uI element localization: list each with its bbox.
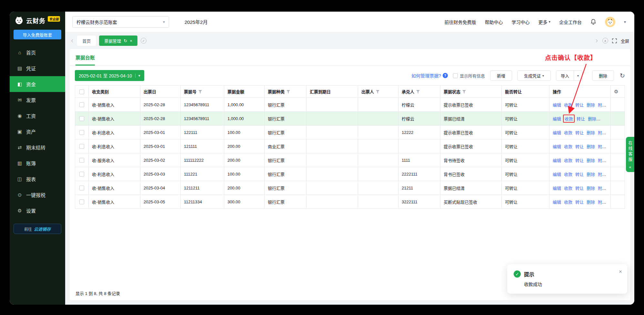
transfer-link[interactable]: 转让: [575, 130, 584, 135]
sidebar-item-voucher[interactable]: ▤凭证: [10, 60, 65, 76]
fullscreen-icon[interactable]: [612, 38, 617, 43]
attachment-link[interactable]: 附件: [598, 186, 606, 191]
date-range-button[interactable]: 2025-02-01 至 2025-04-10 ▾: [75, 70, 144, 81]
sidebar-item-funds[interactable]: ◧资金: [10, 76, 65, 92]
transfer-link[interactable]: 转让: [575, 103, 584, 107]
delete-link[interactable]: 删除: [587, 200, 595, 205]
tab-pin-icon[interactable]: ✓: [141, 38, 146, 44]
attachment-link[interactable]: 附件: [598, 200, 606, 205]
close-tab-icon[interactable]: ×: [130, 38, 132, 43]
column-header-4[interactable]: 票据种类: [265, 86, 307, 98]
transfer-link[interactable]: 转让: [577, 117, 585, 121]
select-all-checkbox[interactable]: [79, 89, 84, 94]
sidebar-item-salary[interactable]: ◉工资: [10, 108, 65, 124]
column-header-2[interactable]: 票据号: [181, 86, 224, 98]
row-checkbox[interactable]: [79, 199, 84, 204]
goto-inventory-button[interactable]: 前往 云进销存: [14, 224, 61, 234]
column-header-10[interactable]: 操作: [549, 86, 611, 98]
topbar-link-2[interactable]: 学习中心: [511, 19, 529, 25]
import-button[interactable]: 导入 ▾: [556, 70, 582, 81]
column-header-0[interactable]: 收支类别: [89, 86, 140, 98]
attachment-link[interactable]: 附件: [598, 103, 606, 107]
topbar-link-0[interactable]: 前往财务免费版: [444, 19, 476, 25]
transfer-link[interactable]: 转让: [575, 186, 584, 191]
online-support-tab[interactable]: 在线客服 «: [626, 137, 634, 172]
delete-button[interactable]: 删除: [592, 70, 614, 81]
column-header-1[interactable]: 出票日: [140, 86, 181, 98]
sidebar-item-tax[interactable]: ⊙一键报税: [10, 187, 65, 203]
transfer-link[interactable]: 转让: [575, 144, 584, 149]
delete-link[interactable]: 删除: [587, 172, 595, 177]
tab-bill-management[interactable]: 票据管理 ↻ ×: [99, 36, 137, 46]
row-checkbox[interactable]: [79, 116, 84, 121]
tabs-scroll-right-icon[interactable]: ›: [595, 37, 599, 44]
column-header-8[interactable]: 票据状态: [440, 86, 502, 98]
sidebar-item-report[interactable]: ◫报表: [10, 171, 65, 187]
row-checkbox[interactable]: [79, 130, 84, 135]
sidebar-item-carryover[interactable]: ⇄期末结转: [10, 139, 65, 155]
receive-payment-link[interactable]: 收款: [564, 130, 572, 135]
generate-voucher-button[interactable]: 生成凭证 ▾: [517, 70, 551, 81]
row-checkbox[interactable]: [79, 102, 84, 107]
delete-link[interactable]: 删除: [587, 103, 595, 107]
column-header-6[interactable]: 出票人: [358, 86, 398, 98]
transfer-link[interactable]: 转让: [575, 158, 584, 163]
row-checkbox[interactable]: [79, 172, 84, 177]
tab-bill-ledger[interactable]: 票据台账: [75, 49, 95, 66]
delete-link[interactable]: 删除: [587, 144, 595, 149]
row-checkbox[interactable]: [79, 144, 84, 149]
tabs-scroll-left-icon[interactable]: ‹: [70, 37, 74, 44]
column-header-3[interactable]: 票据金额: [224, 86, 265, 98]
filter-icon[interactable]: [416, 90, 420, 94]
sidebar-item-ledger[interactable]: ▥账簿: [10, 155, 65, 171]
accounting-period[interactable]: 2025年2月: [185, 18, 208, 25]
column-header-5[interactable]: 汇票到期日: [307, 86, 358, 98]
help-link[interactable]: 如何管理票据? ?: [411, 72, 448, 79]
column-settings-icon[interactable]: ⚙: [614, 89, 618, 94]
receive-payment-link[interactable]: 收款: [564, 144, 572, 149]
delete-link[interactable]: 删除: [587, 186, 595, 191]
edit-link[interactable]: 编辑: [553, 117, 561, 121]
delete-link[interactable]: 删除: [588, 117, 596, 121]
tab-home[interactable]: 首页: [77, 36, 96, 46]
transfer-link[interactable]: 转让: [575, 172, 584, 177]
edit-link[interactable]: 编辑: [553, 186, 561, 191]
edit-link[interactable]: 编辑: [553, 144, 561, 149]
receive-payment-link[interactable]: 收款: [564, 172, 572, 177]
add-button[interactable]: 新增: [490, 70, 512, 81]
topbar-link-3[interactable]: 更多▾: [538, 19, 550, 25]
import-free-account-button[interactable]: 导入免费版账套: [14, 30, 61, 39]
attachment-link[interactable]: 附件: [598, 172, 606, 177]
refresh-tab-icon[interactable]: ↻: [124, 38, 127, 43]
edit-link[interactable]: 编辑: [553, 200, 561, 205]
sidebar-item-home[interactable]: ⌂首页: [10, 45, 65, 60]
show-all-info-option[interactable]: 显示所有信息: [453, 73, 485, 79]
edit-link[interactable]: 编辑: [553, 172, 561, 177]
filter-icon[interactable]: [287, 90, 290, 94]
receive-payment-link[interactable]: 收款: [564, 186, 572, 191]
attachment-link[interactable]: 附件: [598, 158, 606, 163]
row-checkbox[interactable]: [79, 158, 84, 163]
receive-payment-link[interactable]: 收款: [564, 200, 572, 205]
receive-payment-link[interactable]: 收款: [564, 158, 572, 163]
notification-bell-icon[interactable]: [590, 19, 596, 25]
filter-icon[interactable]: [376, 90, 379, 94]
attachment-link[interactable]: 附件: [598, 144, 606, 149]
delete-link[interactable]: 删除: [587, 158, 595, 163]
topbar-link-1[interactable]: 帮助中心: [485, 19, 503, 25]
show-all-checkbox[interactable]: [453, 73, 458, 78]
edit-link[interactable]: 编辑: [553, 103, 561, 107]
edit-link[interactable]: 编辑: [553, 130, 561, 135]
filter-icon[interactable]: [198, 90, 202, 94]
filter-icon[interactable]: [462, 90, 466, 94]
topbar-link-4[interactable]: 企业工作台: [559, 19, 582, 25]
delete-link[interactable]: 删除: [587, 130, 595, 135]
collapse-tabs-icon[interactable]: ∧: [602, 38, 608, 44]
refresh-list-icon[interactable]: ↻: [620, 72, 625, 79]
import-dropdown-icon[interactable]: ▾: [574, 71, 582, 80]
sidebar-item-invoice[interactable]: ✉发票: [10, 92, 65, 108]
user-menu-chevron-icon[interactable]: ▾: [624, 20, 626, 24]
user-avatar[interactable]: [605, 17, 615, 27]
sidebar-item-asset[interactable]: ▣资产: [10, 124, 65, 139]
receive-payment-link[interactable]: 收款: [564, 103, 572, 107]
